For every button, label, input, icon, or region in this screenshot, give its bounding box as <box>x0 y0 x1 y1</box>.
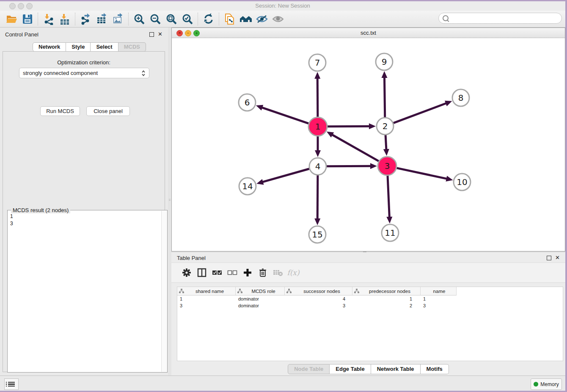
table-panel: Table Panel ✕ <box>171 252 565 375</box>
zoom-out-button[interactable] <box>147 12 163 26</box>
tab-network[interactable]: Network <box>33 42 66 52</box>
import-table-button[interactable] <box>57 12 73 26</box>
vertical-splitter[interactable] <box>168 28 171 375</box>
tab-network-table[interactable]: Network Table <box>371 364 421 374</box>
export-image-button[interactable] <box>110 12 126 26</box>
save-session-button[interactable] <box>19 12 36 26</box>
run-mcds-button[interactable]: Run MCDS <box>40 106 80 116</box>
cell-predecessor-nodes[interactable]: 1 <box>352 296 421 301</box>
column-header-MCDS-role[interactable]: MCDS role <box>236 287 285 295</box>
toolbar-separator <box>219 13 220 25</box>
tab-edge-table[interactable]: Edge Table <box>330 364 371 374</box>
import-network-button[interactable] <box>41 12 57 26</box>
float-panel-icon[interactable] <box>149 32 154 37</box>
cell-name[interactable]: 1 <box>421 296 457 301</box>
toolbar-separator <box>198 13 198 25</box>
table-row[interactable]: 3dominator323 <box>177 302 563 309</box>
cell-MCDS-role[interactable]: dominator <box>236 296 285 301</box>
hierarchy-icon <box>179 289 184 293</box>
select-all-button[interactable] <box>209 265 225 280</box>
tab-select[interactable]: Select <box>91 42 118 52</box>
save-floppy-icon <box>22 14 33 25</box>
node-label-14: 14 <box>242 181 253 191</box>
zoom-out-icon <box>149 13 161 25</box>
edge-4-15[interactable] <box>317 175 318 220</box>
edge-1-6[interactable] <box>261 107 308 123</box>
cell-successor-nodes[interactable]: 3 <box>285 303 352 308</box>
export-table-button[interactable] <box>94 12 110 26</box>
network-window-titlebar: ✕ − ＋ scc.txt <box>172 28 565 38</box>
column-header-name[interactable]: name <box>421 287 457 295</box>
edge-4-3[interactable] <box>327 166 372 166</box>
export-network-button[interactable] <box>78 12 94 26</box>
zoom-fit-button[interactable] <box>163 12 179 26</box>
criterion-dropdown[interactable]: strongly connected component <box>19 68 149 78</box>
home-button[interactable] <box>238 12 254 26</box>
table-row[interactable]: 1dominator411 <box>177 295 563 302</box>
table-tabs: Node TableEdge TableNetwork TableMotifs <box>171 364 565 374</box>
column-header-successor-nodes[interactable]: successor nodes <box>285 287 352 295</box>
hide-selected-button[interactable] <box>254 12 270 26</box>
list-icon <box>8 381 15 388</box>
cell-predecessor-nodes[interactable]: 2 <box>352 303 421 308</box>
node-label-8: 8 <box>458 93 464 103</box>
cell-shared-name[interactable]: 1 <box>177 296 236 301</box>
checked-boxes-icon <box>212 270 222 276</box>
column-header-shared-name[interactable]: shared name <box>177 287 236 295</box>
first-neighbors-button[interactable] <box>222 12 238 26</box>
node-label-7: 7 <box>315 58 320 68</box>
refresh-icon <box>203 13 215 25</box>
cell-shared-name[interactable]: 3 <box>177 303 236 308</box>
show-columns-button[interactable] <box>194 265 209 280</box>
edge-2-8[interactable] <box>394 103 447 123</box>
network-graph-canvas[interactable]: 7968124314101511 <box>172 38 565 251</box>
column-header-predecessor-nodes[interactable]: predecessor nodes <box>352 287 421 295</box>
edge-3-10[interactable] <box>396 168 447 179</box>
edge-2-9[interactable] <box>384 77 385 117</box>
node-label-3: 3 <box>385 161 390 171</box>
arrowhead-1-4 <box>315 150 321 157</box>
search-input[interactable] <box>451 15 561 22</box>
close-panel-icon[interactable]: ✕ <box>158 32 162 36</box>
edge-1-2[interactable] <box>328 126 370 127</box>
edge-3-11[interactable] <box>388 176 389 218</box>
houses-icon <box>239 14 253 25</box>
edge-4-14[interactable] <box>262 169 309 182</box>
tab-motifs[interactable]: Motifs <box>421 364 449 374</box>
task-list-button[interactable] <box>4 378 19 390</box>
node-label-9: 9 <box>382 57 387 67</box>
delete-table-button[interactable] <box>270 265 286 280</box>
tab-style[interactable]: Style <box>66 42 91 52</box>
zoom-in-button[interactable] <box>131 12 147 26</box>
edge-1-7[interactable] <box>317 77 318 117</box>
table-settings-button[interactable] <box>179 265 194 280</box>
edge-3-1[interactable] <box>331 134 379 161</box>
add-column-button[interactable] <box>240 265 255 280</box>
table-panel-title: Table Panel <box>177 255 206 261</box>
cell-MCDS-role[interactable]: dominator <box>236 303 285 308</box>
close-panel-button[interactable]: Close panel <box>86 106 130 116</box>
arrowhead-4-3 <box>370 163 377 169</box>
application-window: Session: New Session <box>0 1 565 391</box>
search-field[interactable] <box>438 13 562 24</box>
tab-mcds[interactable]: MCDS <box>118 42 146 52</box>
cell-successor-nodes[interactable]: 4 <box>285 296 352 301</box>
close-table-panel-icon[interactable]: ✕ <box>555 256 560 260</box>
deselect-all-button[interactable] <box>225 265 240 280</box>
float-table-panel-icon[interactable] <box>547 256 551 260</box>
tab-node-table[interactable]: Node Table <box>288 364 330 374</box>
refresh-button[interactable] <box>201 12 217 26</box>
result-scrollbar[interactable] <box>161 211 167 372</box>
apply-function-button[interactable]: f(x) <box>286 265 301 280</box>
eye-slash-icon <box>256 14 268 24</box>
cell-name[interactable]: 3 <box>421 303 457 308</box>
control-panel-tabs: NetworkStyleSelectMCDS <box>33 42 146 52</box>
node-label-6: 6 <box>245 97 250 108</box>
open-session-button[interactable] <box>3 12 19 26</box>
delete-column-button[interactable] <box>255 265 270 280</box>
edge-2-3[interactable] <box>385 135 386 150</box>
memory-button[interactable]: Memory <box>531 378 562 390</box>
show-all-button[interactable] <box>270 12 286 26</box>
zoom-selected-button[interactable] <box>179 12 195 26</box>
toolbar-separator <box>75 13 76 25</box>
